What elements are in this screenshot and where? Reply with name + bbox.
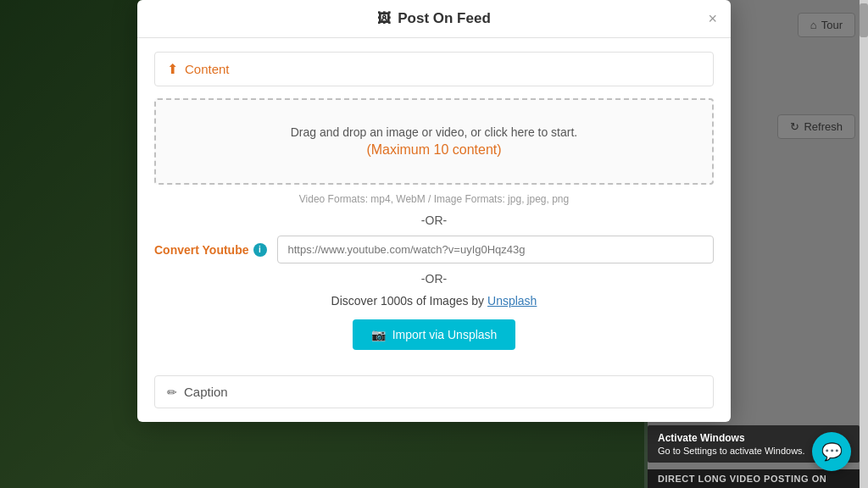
content-section-header: ⬆ Content — [154, 52, 714, 86]
caption-section-wrapper: ✏ Caption — [137, 375, 731, 422]
info-icon[interactable]: i — [253, 243, 267, 257]
chat-button[interactable]: 💬 — [812, 432, 851, 471]
drop-zone-link[interactable]: (Maximum 10 content) — [366, 142, 501, 157]
chat-icon: 💬 — [821, 441, 843, 462]
post-on-feed-modal: 🖼 Post On Feed × ⬆ Content Drag and drop… — [137, 0, 731, 422]
file-drop-zone[interactable]: Drag and drop an image or video, or clic… — [154, 98, 714, 185]
image-icon: 🖼 — [377, 11, 391, 26]
unsplash-discover-text: Discover 1000s of Images by Unsplash — [154, 294, 714, 308]
modal-header: 🖼 Post On Feed × — [137, 0, 731, 38]
caption-section-header: ✏ Caption — [154, 375, 714, 408]
modal-close-button[interactable]: × — [708, 11, 717, 26]
import-unsplash-button[interactable]: 📷 Import via Unsplash — [353, 319, 516, 350]
youtube-section: Convert Youtube i — [154, 236, 714, 263]
youtube-label: Convert Youtube i — [154, 243, 267, 257]
upload-icon: ⬆ — [167, 61, 178, 77]
modal-body: ⬆ Content Drag and drop an image or vide… — [137, 38, 731, 363]
scrollbar[interactable] — [860, 0, 868, 488]
unsplash-section: Discover 1000s of Images by Unsplash 📷 I… — [154, 294, 714, 350]
modal-title: 🖼 Post On Feed — [377, 10, 491, 27]
or-divider-2: -OR- — [154, 272, 714, 286]
edit-icon: ✏ — [167, 385, 177, 399]
youtube-url-input[interactable] — [277, 236, 715, 263]
camera-icon: 📷 — [371, 328, 386, 341]
unsplash-link[interactable]: Unsplash — [487, 294, 537, 308]
or-divider-1: -OR- — [154, 214, 714, 227]
format-info-text: Video Formats: mp4, WebM / Image Formats… — [154, 193, 714, 205]
scrollbar-thumb[interactable] — [860, 3, 868, 37]
direct-video-bar: DIRECT LONG VIDEO POSTING ON — [648, 469, 860, 488]
drop-zone-main-text: Drag and drop an image or video, or clic… — [173, 125, 695, 139]
modal-backdrop: 🖼 Post On Feed × ⬆ Content Drag and drop… — [0, 0, 868, 488]
